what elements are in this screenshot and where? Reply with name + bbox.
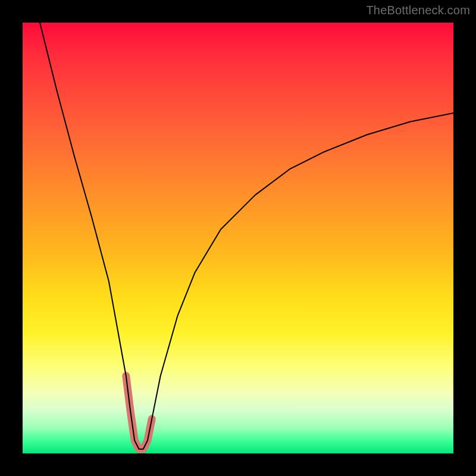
main-path [40, 23, 453, 449]
chart-plot-area [23, 23, 453, 453]
watermark-text: TheBottleneck.com [366, 4, 470, 17]
chart-svg [23, 23, 453, 453]
chart-frame: TheBottleneck.com [0, 0, 476, 476]
